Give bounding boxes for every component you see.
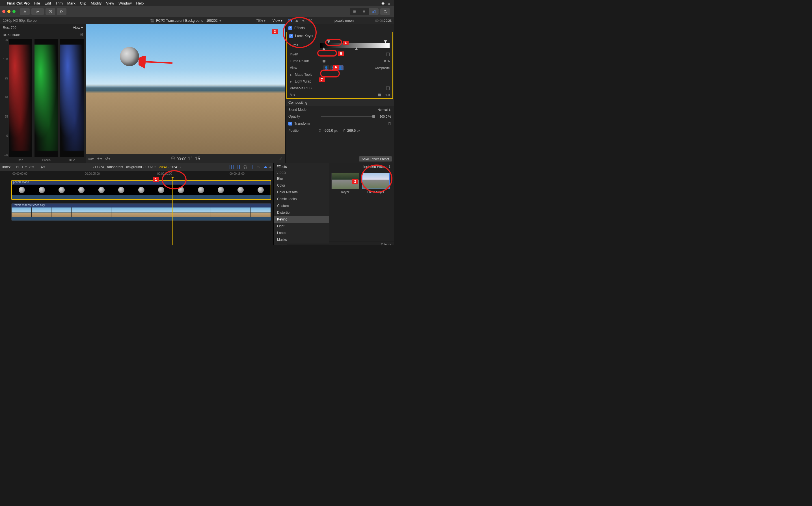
transform-tool-dropdown[interactable]: ▭▾ <box>88 156 94 161</box>
fx-cat-custom[interactable]: Custom <box>274 202 329 209</box>
timeline-split-icon[interactable]: ⇔ <box>268 165 271 169</box>
save-effects-preset-button[interactable]: Save Effects Preset <box>359 156 392 162</box>
insert-clip-button[interactable]: ⊔ <box>20 165 23 169</box>
opacity-value[interactable]: 100.0 % <box>380 115 391 118</box>
shield-icon[interactable]: ⛨ <box>387 1 391 5</box>
effects-checkbox[interactable]: ✓ <box>289 26 292 30</box>
background-tasks-button[interactable] <box>46 8 55 15</box>
view-original-icon[interactable]: 👤 <box>337 65 343 70</box>
project-title[interactable]: FCPX Transparent Background - 190202 <box>156 19 218 23</box>
menu-mark[interactable]: Mark <box>67 1 76 5</box>
fx-cat-blur[interactable]: Blur <box>274 175 329 182</box>
app-name[interactable]: Final Cut Pro <box>7 1 30 5</box>
skimming-icon[interactable]: ⎮⎮⎮ <box>229 165 234 169</box>
view-composite-icon[interactable]: 👤 <box>323 65 329 70</box>
luma-bottom-handle-low[interactable] <box>322 47 325 50</box>
menu-window[interactable]: Window <box>118 1 132 5</box>
import-button[interactable] <box>20 8 30 15</box>
matte-tools-row[interactable]: ▶Matte Tools <box>287 71 392 78</box>
menu-view[interactable]: View <box>106 1 114 5</box>
scopes-view-dropdown[interactable]: View ▾ <box>73 26 83 30</box>
clip-beach-sky[interactable]: Pexels Videos Beach Sky <box>11 203 271 221</box>
overwrite-clip-button[interactable]: ▭▾ <box>29 165 34 169</box>
menu-modify[interactable]: Modify <box>91 1 101 5</box>
preserve-rgb-checkbox[interactable] <box>386 86 390 90</box>
browser-layout-button[interactable]: ▦ <box>350 8 359 15</box>
timeline-tracks[interactable]: pexels moon Pexels Videos Beach Sky <box>0 177 273 245</box>
luma-keyer-checkbox[interactable]: ✓ <box>289 34 293 38</box>
fx-cat-masks[interactable]: Masks <box>274 236 329 243</box>
timeline-eject-icon[interactable]: ⏏ <box>264 165 267 169</box>
fx-cat-keying[interactable]: Keying <box>274 216 329 223</box>
inspector-layout-button[interactable] <box>369 8 379 15</box>
luma-rolloff-value[interactable]: 0 % <box>384 59 390 63</box>
timeline-breadcrumb[interactable]: ‹ FCPX Transparent...ackground - 190202 … <box>48 165 226 169</box>
fx-cat-color[interactable]: Color <box>274 182 329 189</box>
timeline-view-icon[interactable]: ▭ <box>256 165 259 169</box>
transform-reset-icon[interactable]: ▢ <box>388 121 391 125</box>
project-dropdown-icon[interactable]: ▾ <box>219 19 221 23</box>
play-icon[interactable] <box>171 156 175 161</box>
fx-cat-color-presets[interactable]: Color Presets <box>274 189 329 196</box>
viewer-view-dropdown[interactable]: View ▾ <box>272 19 282 23</box>
connect-clip-button[interactable]: ⊓ <box>16 165 19 169</box>
fx-cat-looks[interactable]: Looks <box>274 230 329 236</box>
mix-value[interactable]: 1.0 <box>385 93 390 97</box>
luma-rolloff-slider[interactable] <box>323 61 380 61</box>
creative-cloud-icon[interactable]: ◉ <box>382 1 385 5</box>
inspector-info-tab[interactable]: i <box>308 18 313 23</box>
append-clip-button[interactable]: ⊏ <box>24 165 27 169</box>
solo-icon[interactable]: 🎧 <box>243 165 247 169</box>
playhead[interactable] <box>172 177 173 245</box>
fx-cat-light[interactable]: Light <box>274 223 329 230</box>
clip-pexels-moon[interactable]: pexels moon <box>11 180 271 200</box>
installed-effects-dropdown[interactable]: Installed Effects ⇕ <box>329 163 394 170</box>
close-button[interactable] <box>2 10 5 13</box>
color-tool-dropdown[interactable]: ✦▾ <box>97 156 102 161</box>
transform-header[interactable]: ✓ Transform ▢ <box>286 120 394 127</box>
effects-header[interactable]: ✓ Effects <box>286 24 394 32</box>
inspector-color-tab[interactable] <box>294 18 300 23</box>
menu-trim[interactable]: Trim <box>56 1 63 5</box>
minimize-button[interactable] <box>7 10 10 13</box>
timeline-index-button[interactable]: Index <box>2 165 10 169</box>
fx-cat-distortion[interactable]: Distortion <box>274 209 329 216</box>
invert-checkbox[interactable] <box>386 53 390 56</box>
audio-skimming-icon[interactable]: ⎮⎮ <box>237 165 240 169</box>
retime-tool-dropdown[interactable]: ↺▾ <box>105 156 110 161</box>
menu-help[interactable]: Help <box>136 1 144 5</box>
viewer-timecode[interactable]: 00:00:11:15 <box>177 156 200 162</box>
menu-edit[interactable]: Edit <box>45 1 51 5</box>
menu-clip[interactable]: Clip <box>80 1 86 5</box>
luma-keyer-label[interactable]: Luma Keyer <box>295 34 314 38</box>
inspector-video-tab[interactable] <box>288 18 293 23</box>
opacity-slider[interactable] <box>321 116 375 117</box>
luma-top-handle-high[interactable] <box>384 40 387 43</box>
fx-item-keyer[interactable]: Keyer <box>331 173 359 194</box>
render-button[interactable] <box>57 8 67 15</box>
viewer-zoom-dropdown[interactable]: 76% ▾ <box>256 19 265 23</box>
luma-top-handle-low[interactable] <box>327 40 330 43</box>
position-y-value[interactable]: 269.5 px <box>347 129 360 133</box>
inspector-audio-tab[interactable] <box>301 18 306 23</box>
share-button[interactable] <box>380 8 390 15</box>
effects-settings-icon[interactable]: ▦ <box>276 245 279 245</box>
fx-item-luma-keyer[interactable]: Luma Keyer <box>362 173 390 194</box>
position-x-value[interactable]: -569.0 px <box>323 129 338 133</box>
mix-slider[interactable] <box>323 95 381 95</box>
fullscreen-icon[interactable]: ⤢ <box>279 156 282 161</box>
viewer-canvas[interactable] <box>86 24 285 154</box>
blend-mode-dropdown[interactable]: Normal ⇕ <box>378 108 391 112</box>
transform-checkbox[interactable]: ✓ <box>289 122 292 125</box>
view-matte-icon[interactable]: 👤 <box>330 65 336 70</box>
light-wrap-row[interactable]: ▶Light Wrap <box>287 78 392 85</box>
effects-search-input[interactable] <box>287 245 329 245</box>
timeline-layout-button[interactable]: ☰ <box>359 8 369 15</box>
menu-file[interactable]: File <box>34 1 40 5</box>
maximize-button[interactable] <box>12 10 15 13</box>
luma-range-control[interactable] <box>320 40 390 50</box>
snapping-icon[interactable]: ⎮⎮ <box>250 165 254 169</box>
keyword-button[interactable] <box>31 8 44 15</box>
scopes-settings-icon[interactable] <box>79 33 83 37</box>
select-tool-dropdown[interactable]: ▶▾ <box>41 165 45 169</box>
